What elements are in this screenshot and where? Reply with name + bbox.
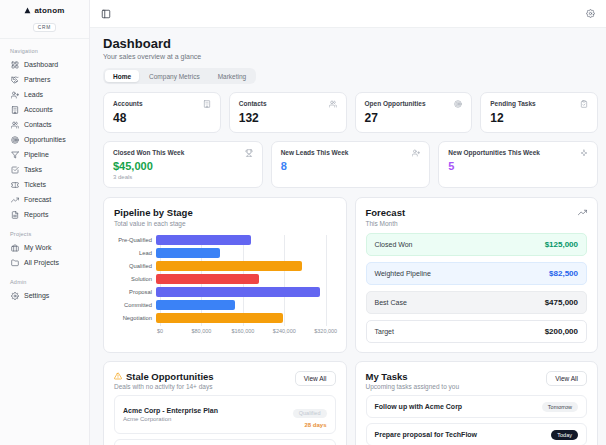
- bar-label: Proposal: [114, 289, 156, 295]
- handshake-icon: [11, 76, 19, 84]
- stale-opportunity-row[interactable]: Acme Corp - Enterprise Plan Acme Corpora…: [114, 395, 336, 434]
- stat-label: Pending Tasks: [490, 100, 535, 107]
- sidebar-item-tasks[interactable]: Tasks: [7, 162, 82, 177]
- logo: atonom CRM: [0, 0, 89, 39]
- trophy-icon: [245, 149, 253, 157]
- sidebar-item-settings[interactable]: Settings: [7, 288, 82, 303]
- week-card-new-leads-this-week: New Leads This Week 8: [271, 141, 431, 188]
- check-square-icon: [11, 166, 19, 174]
- chart-rows: Pre-Qualified Lead Qualified Solution Pr…: [114, 235, 336, 323]
- pipeline-bar: [156, 235, 251, 245]
- target-icon: [11, 136, 19, 144]
- users-icon: [11, 121, 19, 129]
- forecast-row: Closed Won $125,000: [366, 233, 588, 256]
- panel-subtitle: Total value in each stage: [114, 220, 336, 227]
- pipeline-panel: Pipeline by Stage Total value in each st…: [103, 197, 347, 353]
- stale-opportunity-row[interactable]: TechFlow - Platform License TechFlow Sol…: [114, 439, 336, 445]
- tab-home[interactable]: Home: [105, 70, 139, 82]
- chart-bar-row: Negotiation: [114, 313, 336, 323]
- week-card-new-opportunities-this-week: New Opportunities This Week 5: [438, 141, 598, 188]
- target-icon: [454, 100, 462, 108]
- trending-up-icon: [11, 196, 19, 204]
- gear-icon[interactable]: [586, 9, 595, 18]
- nav-section-label: Projects: [10, 231, 79, 237]
- crm-app: atonom CRM Navigation Dashboard Partners: [0, 0, 606, 445]
- bar-track: [156, 248, 334, 258]
- sidebar-item-my-work[interactable]: My Work: [7, 240, 82, 255]
- sidebar-item-pipeline[interactable]: Pipeline: [7, 147, 82, 162]
- tab-bar: Home Company Metrics Marketing: [103, 68, 256, 84]
- task-name: Prepare proposal for TechFlow: [375, 431, 478, 438]
- folder-icon: [11, 259, 19, 267]
- forecast-value: $200,000: [545, 327, 578, 336]
- bar-label: Committed: [114, 302, 156, 308]
- sidebar-item-label: Dashboard: [24, 61, 58, 68]
- panel-title: Stale Opportunities: [126, 371, 214, 382]
- topbar: [90, 0, 606, 28]
- due-badge: Today: [551, 430, 578, 440]
- nav-section-admin: Admin Settings: [7, 279, 82, 303]
- days-inactive: 28 days: [293, 422, 327, 428]
- sidebar-item-label: Accounts: [24, 106, 53, 113]
- sidebar-item-leads[interactable]: Leads: [7, 87, 82, 102]
- forecast-row: Target $200,000: [366, 320, 588, 343]
- bar-track: [156, 235, 334, 245]
- sidebar-item-label: My Work: [24, 244, 51, 251]
- stat-label: New Leads This Week: [281, 149, 349, 156]
- sidebar-item-tickets[interactable]: Tickets: [7, 177, 82, 192]
- sidebar-item-contacts[interactable]: Contacts: [7, 117, 82, 132]
- stat-label: New Opportunities This Week: [448, 149, 540, 156]
- sidebar-item-opportunities[interactable]: Opportunities: [7, 132, 82, 147]
- stage-badge: Qualified: [293, 409, 327, 418]
- task-list: Follow up with Acme Corp Tomorrow Prepar…: [366, 395, 588, 445]
- bottom-panels: Stale Opportunities Deals with no activi…: [103, 361, 598, 445]
- axis-tick-label: $320,000: [314, 328, 337, 334]
- briefcase-icon: [11, 244, 19, 252]
- stat-label: Contacts: [239, 100, 267, 107]
- nav-section-label: Navigation: [10, 48, 79, 54]
- stat-value: 48: [113, 111, 211, 125]
- building-icon: [11, 106, 19, 114]
- stale-opportunity-list: Acme Corp - Enterprise Plan Acme Corpora…: [114, 395, 336, 445]
- sidebar-item-reports[interactable]: Reports: [7, 207, 82, 222]
- clipboard-icon: [580, 100, 588, 108]
- view-all-button[interactable]: View All: [295, 371, 336, 386]
- forecast-panel: Forecast This Month Closed Won $125,000: [355, 197, 599, 353]
- sidebar-item-accounts[interactable]: Accounts: [7, 102, 82, 117]
- axis-tick-label: $0: [157, 328, 163, 334]
- opportunity-company: Acme Corporation: [123, 416, 218, 422]
- stat-value: 27: [365, 111, 463, 125]
- stat-value: 5: [448, 160, 588, 172]
- bar-track: [156, 300, 334, 310]
- stat-value: $45,000: [113, 160, 253, 172]
- task-row[interactable]: Follow up with Acme Corp Tomorrow: [366, 395, 588, 418]
- sidebar: atonom CRM Navigation Dashboard Partners: [0, 0, 90, 445]
- middle-panels: Pipeline by Stage Total value in each st…: [103, 197, 598, 353]
- forecast-value: $125,000: [545, 240, 578, 249]
- pipeline-bar: [156, 261, 302, 271]
- stat-label: Closed Won This Week: [113, 149, 184, 156]
- bar-track: [156, 274, 334, 284]
- chart-axis: $0$80,000$160,000$240,000$320,000: [160, 326, 334, 336]
- chart-bar-row: Pre-Qualified: [114, 235, 336, 245]
- tab-marketing[interactable]: Marketing: [210, 70, 255, 82]
- sidebar-item-partners[interactable]: Partners: [7, 72, 82, 87]
- forecast-rows: Closed Won $125,000 Weighted Pipeline $8…: [366, 233, 588, 343]
- bar-track: [156, 261, 334, 271]
- sidebar-item-forecast[interactable]: Forecast: [7, 192, 82, 207]
- forecast-label: Best Case: [375, 299, 407, 306]
- pipeline-bar: [156, 248, 220, 258]
- bar-track: [156, 313, 334, 323]
- sidebar-item-dashboard[interactable]: Dashboard: [7, 57, 82, 72]
- task-row[interactable]: Prepare proposal for TechFlow Today: [366, 423, 588, 445]
- user-plus-icon: [11, 91, 19, 99]
- warning-icon: [114, 372, 122, 380]
- stat-card-contacts: Contacts 132: [229, 92, 347, 133]
- pipeline-bar: [156, 287, 320, 297]
- sidebar-item-all-projects[interactable]: All Projects: [7, 255, 82, 270]
- view-all-button[interactable]: View All: [546, 371, 587, 386]
- tab-company-metrics[interactable]: Company Metrics: [141, 70, 208, 82]
- panel-toggle-icon[interactable]: [101, 9, 111, 19]
- funnel-icon: [11, 151, 19, 159]
- panel-title: Forecast: [366, 207, 406, 218]
